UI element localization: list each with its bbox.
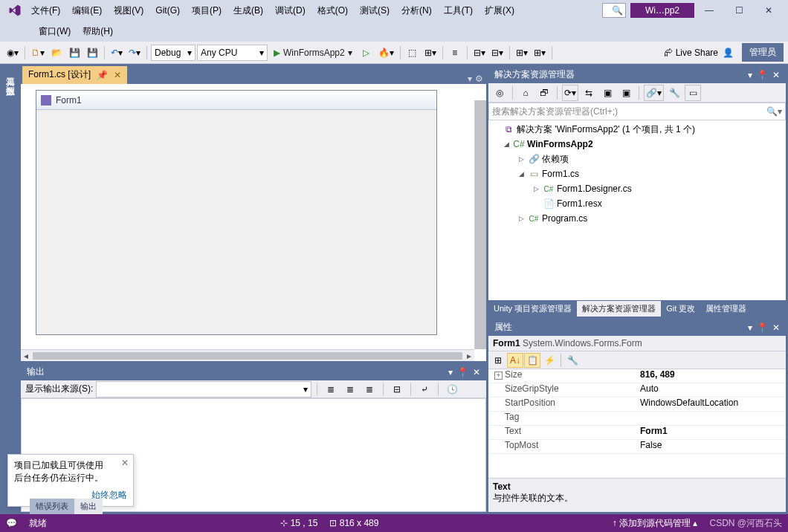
menu-window[interactable]: 窗口(W) bbox=[33, 22, 77, 41]
props-close-icon[interactable]: ✕ bbox=[772, 322, 780, 333]
designed-form[interactable]: Form1 bbox=[36, 90, 437, 335]
datasources-tab[interactable]: 数据源 bbox=[2, 75, 19, 84]
property-row[interactable]: TextForm1 bbox=[488, 426, 786, 440]
output-btn-4[interactable]: ⊟ bbox=[389, 381, 405, 398]
menu-help[interactable]: 帮助(H) bbox=[77, 22, 119, 41]
solution-tree[interactable]: ⧉解决方案 'WinFormsApp2' (1 个项目, 共 1 个) ◢C#W… bbox=[488, 120, 786, 300]
menu-analyze[interactable]: 分析(N) bbox=[395, 1, 438, 20]
layout-btn-1[interactable]: ⬚ bbox=[404, 45, 421, 61]
output-dropdown-icon[interactable]: ▾ bbox=[448, 367, 453, 377]
save-all-button[interactable]: 💾 bbox=[84, 45, 100, 61]
document-tab[interactable]: Form1.cs [设计] 📌 ✕ bbox=[22, 66, 127, 84]
align-btn-3[interactable]: ⊟▾ bbox=[489, 45, 506, 61]
menu-project[interactable]: 项目(P) bbox=[186, 1, 227, 20]
output-source-combo[interactable]: ▾ bbox=[96, 381, 311, 398]
props-pin-icon[interactable]: 📍 bbox=[757, 322, 768, 333]
form-client-area[interactable] bbox=[36, 110, 436, 334]
menu-debug[interactable]: 调试(D) bbox=[269, 1, 311, 20]
tree-dependencies-node[interactable]: ▷🔗依赖项 bbox=[488, 152, 786, 166]
output-wordwrap-button[interactable]: ⤶ bbox=[416, 381, 433, 398]
tab-git-changes[interactable]: Git 更改 bbox=[661, 301, 700, 317]
undo-button[interactable]: ↶▾ bbox=[109, 45, 125, 61]
sln-back-button[interactable]: ◎ bbox=[491, 85, 508, 101]
tree-designer-file[interactable]: ▷C#Form1.Designer.cs bbox=[488, 181, 786, 196]
designer-hscroll[interactable]: ◂▸ bbox=[21, 349, 474, 361]
properties-grid[interactable]: +Size816, 489SizeGripStyleAutoStartPosit… bbox=[488, 369, 786, 478]
props-dropdown-icon[interactable]: ▾ bbox=[748, 322, 752, 333]
menu-format[interactable]: 格式(O) bbox=[311, 1, 354, 20]
property-row[interactable]: Tag bbox=[488, 412, 786, 426]
properties-object-selector[interactable]: Form1 System.Windows.Forms.Form bbox=[488, 336, 786, 351]
tab-property-manager[interactable]: 属性管理器 bbox=[700, 301, 752, 317]
tree-project-node[interactable]: ◢C#WinFormsApp2 bbox=[488, 137, 786, 152]
sln-close-icon[interactable]: ✕ bbox=[772, 70, 780, 80]
close-tab-icon[interactable]: ✕ bbox=[114, 70, 121, 80]
props-properties-button[interactable]: 📋 bbox=[524, 353, 540, 368]
tree-program-file[interactable]: ▷C#Program.cs bbox=[488, 211, 786, 226]
sln-showall-button[interactable]: ▣ bbox=[599, 85, 616, 101]
status-feedback-icon[interactable]: 💬 bbox=[6, 518, 17, 528]
tab-solution-explorer[interactable]: 解决方案资源管理器 bbox=[577, 301, 661, 317]
back-button[interactable]: ◉▾ bbox=[4, 45, 21, 61]
designer-vscroll[interactable] bbox=[474, 100, 486, 349]
tree-form-node[interactable]: ◢▭Form1.cs bbox=[488, 166, 786, 181]
sln-preview-button[interactable]: ▭ bbox=[685, 85, 701, 101]
open-button[interactable]: 📂 bbox=[48, 45, 65, 61]
close-button[interactable]: ✕ bbox=[754, 1, 784, 19]
sln-pending-button[interactable]: ⟳▾ bbox=[562, 85, 578, 101]
align-btn-5[interactable]: ⊞▾ bbox=[532, 45, 548, 61]
sln-home-button[interactable]: ⌂ bbox=[517, 85, 534, 101]
output-btn-2[interactable]: ≣ bbox=[342, 381, 358, 398]
output-btn-1[interactable]: ≣ bbox=[323, 381, 339, 398]
tab-dropdown-icon[interactable]: ▾ bbox=[468, 74, 472, 84]
start-debug-button[interactable]: ▶WinFormsApp2▾ bbox=[269, 45, 357, 61]
feedback-button[interactable]: 👤 bbox=[720, 45, 736, 61]
property-row[interactable]: StartPositionWindowsDefaultLocation bbox=[488, 398, 786, 412]
maximize-button[interactable]: ☐ bbox=[724, 1, 754, 19]
output-close-icon[interactable]: ✕ bbox=[473, 367, 480, 377]
start-without-debug-button[interactable]: ▷ bbox=[358, 45, 375, 61]
tab-gear-icon[interactable]: ⚙ bbox=[475, 74, 483, 84]
hot-reload-button[interactable]: 🔥▾ bbox=[376, 45, 396, 61]
config-combo[interactable]: Debug▾ bbox=[151, 45, 196, 61]
live-share-button[interactable]: ⮳Live Share bbox=[664, 48, 718, 58]
redo-button[interactable]: ↷▾ bbox=[126, 45, 143, 61]
new-item-button[interactable]: 🗋▾ bbox=[29, 45, 47, 61]
menu-tools[interactable]: 工具(T) bbox=[438, 1, 479, 20]
toolbox-tab[interactable]: 工具箱 bbox=[2, 66, 19, 75]
menu-build[interactable]: 生成(B) bbox=[227, 1, 269, 20]
sln-pin-icon[interactable]: 📍 bbox=[757, 70, 768, 80]
props-alphabetical-button[interactable]: A↓ bbox=[507, 353, 523, 368]
solution-explorer-search[interactable]: 搜索解决方案资源管理器(Ctrl+;) 🔍▾ bbox=[488, 103, 786, 120]
tree-solution-node[interactable]: ⧉解决方案 'WinFormsApp2' (1 个项目, 共 1 个) bbox=[488, 122, 786, 137]
props-events-button[interactable]: ⚡ bbox=[541, 353, 558, 368]
menu-view[interactable]: 视图(V) bbox=[108, 1, 149, 20]
property-row[interactable]: TopMostFalse bbox=[488, 440, 786, 454]
layout-btn-2[interactable]: ⊞▾ bbox=[422, 45, 439, 61]
align-btn-4[interactable]: ⊞▾ bbox=[514, 45, 530, 61]
platform-combo[interactable]: Any CPU▾ bbox=[197, 45, 268, 61]
sln-collapse-button[interactable]: ▣ bbox=[618, 85, 634, 101]
minimize-button[interactable]: — bbox=[694, 1, 724, 19]
quick-launch-search[interactable]: 🔍 bbox=[602, 3, 626, 18]
sln-scope-button[interactable]: 🔗▾ bbox=[644, 85, 664, 101]
props-wrench-button[interactable]: 🔧 bbox=[564, 353, 581, 368]
output-btn-3[interactable]: ≣ bbox=[361, 381, 378, 398]
sln-dropdown-icon[interactable]: ▾ bbox=[748, 70, 752, 80]
property-row[interactable]: SizeGripStyleAuto bbox=[488, 383, 786, 398]
save-button[interactable]: 💾 bbox=[66, 45, 83, 61]
menu-extensions[interactable]: 扩展(X) bbox=[479, 1, 520, 20]
tree-resx-file[interactable]: 📄Form1.resx bbox=[488, 196, 786, 211]
menu-git[interactable]: Git(G) bbox=[149, 2, 186, 19]
tab-output[interactable]: 输出 bbox=[74, 499, 103, 514]
popup-close-icon[interactable]: ✕ bbox=[121, 458, 129, 468]
tab-error-list[interactable]: 错误列表 bbox=[30, 499, 74, 514]
output-pin-icon[interactable]: 📍 bbox=[457, 367, 468, 377]
property-row[interactable]: +Size816, 489 bbox=[488, 369, 786, 383]
output-clear-button[interactable]: 🕓 bbox=[444, 381, 460, 398]
form-designer-surface[interactable]: Form1 ◂▸ bbox=[21, 84, 486, 361]
pin-icon[interactable]: 📌 bbox=[97, 70, 108, 80]
sln-properties-button[interactable]: 🔧 bbox=[666, 85, 682, 101]
align-btn-2[interactable]: ⊟▾ bbox=[471, 45, 488, 61]
sln-switch-view-button[interactable]: 🗗 bbox=[536, 85, 552, 101]
